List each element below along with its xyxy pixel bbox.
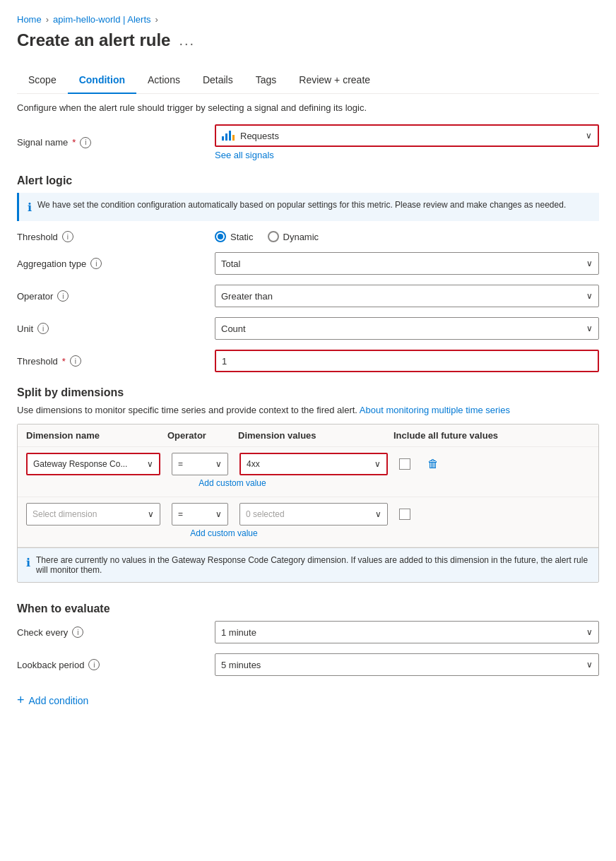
threshold-value-label: Threshold * i [17,355,215,367]
threshold-static-option[interactable]: Static [215,231,254,242]
operator-control: Greater than ∨ [215,285,599,307]
dim2-op-value: = [178,509,183,519]
tab-actions[interactable]: Actions [136,67,191,94]
aggregation-row: Aggregation type i Total ∨ [17,252,599,275]
lookback-label: Lookback period i [17,659,215,670]
dim-info-text: There are currently no values in the Gat… [36,555,590,575]
static-radio-circle [215,231,226,242]
lookback-value: 5 minutes [221,660,261,670]
when-evaluate-title: When to evaluate [17,602,599,615]
see-all-signals-link[interactable]: See all signals [215,150,599,160]
dim1-name-select[interactable]: Gateway Response Co... ∨ [26,453,160,475]
add-condition-button[interactable]: + Add condition [17,693,88,708]
signal-name-label: Signal name * i [17,137,215,148]
aggregation-info-icon[interactable]: i [90,258,102,269]
tab-scope[interactable]: Scope [17,67,68,94]
when-evaluate-section: When to evaluate Check every i 1 minute … [17,602,599,676]
operator-label: Operator i [17,290,215,302]
check-every-info-icon[interactable]: i [72,627,83,638]
aggregation-select[interactable]: Total ∨ [215,252,599,275]
signal-name-value: Requests [240,131,279,141]
page-title-row: Create an alert rule ... [17,30,599,50]
operator-select[interactable]: Greater than ∨ [215,285,599,307]
alert-logic-title: Alert logic [17,174,599,187]
more-options-icon[interactable]: ... [179,32,195,49]
dim2-name-chevron: ∨ [148,509,154,519]
threshold-info-icon[interactable]: i [62,231,73,242]
col-op-header: Operator [167,430,238,441]
dim2-future-checkbox[interactable] [399,509,410,520]
dim2-vals-select[interactable]: 0 selected ∨ [239,503,388,525]
dim1-op-chevron: ∨ [215,459,222,469]
dimensions-table: Dimension name Operator Dimension values… [17,424,599,583]
breadcrumb: Home › apim-hello-world | Alerts › [17,14,599,25]
aggregation-value: Total [221,259,240,269]
col-future-header: Include all future values [393,430,590,441]
tab-review[interactable]: Review + create [288,67,381,94]
split-dimensions-desc: Use dimensions to monitor specific time … [17,405,599,415]
dim1-future-checkbox[interactable] [399,458,410,470]
dim1-vals-select[interactable]: 4xx ∨ [239,453,388,475]
signal-name-select[interactable]: Requests ∨ [215,124,599,147]
dim1-op-select[interactable]: = ∨ [172,453,228,475]
dynamic-label: Dynamic [283,232,319,242]
lookback-info-icon[interactable]: i [88,659,100,670]
dim2-vals-chevron: ∨ [375,509,381,519]
chart-icon [222,131,235,141]
check-every-row: Check every i 1 minute ∨ [17,621,599,643]
tabs-row: Scope Condition Actions Details Tags Rev… [17,67,599,94]
form-description: Configure when the alert rule should tri… [17,102,599,113]
breadcrumb-resource[interactable]: apim-hello-world | Alerts [53,14,150,25]
unit-row: Unit i Count ∨ [17,317,599,340]
static-label: Static [230,232,254,242]
lookback-chevron: ∨ [586,660,593,670]
dim1-vals-chevron: ∨ [374,459,381,469]
info-box-icon: ℹ [28,201,32,214]
tab-condition[interactable]: Condition [68,67,136,94]
unit-info-icon[interactable]: i [37,323,49,334]
about-monitoring-link[interactable]: About monitoring multiple time series [360,405,510,415]
aggregation-control: Total ∨ [215,252,599,275]
check-every-select[interactable]: 1 minute ∨ [215,621,599,643]
operator-info-icon[interactable]: i [57,290,69,302]
threshold-dynamic-option[interactable]: Dynamic [268,231,319,242]
signal-name-info-icon[interactable]: i [80,137,91,148]
unit-select[interactable]: Count ∨ [215,317,599,340]
lookback-select[interactable]: 5 minutes ∨ [215,653,599,676]
page-title: Create an alert rule [17,30,170,50]
check-every-chevron: ∨ [586,627,593,637]
tab-tags[interactable]: Tags [244,67,288,94]
add-condition-label: Add condition [29,695,89,706]
dim1-delete-icon[interactable]: 🗑 [427,458,439,470]
dim2-name-placeholder: Select dimension [32,509,97,519]
dynamic-radio-circle [268,231,279,242]
col-name-header: Dimension name [26,430,167,441]
split-dimensions-title: Split by dimensions [17,386,599,399]
unit-control: Count ∨ [215,317,599,340]
threshold-label: Threshold i [17,231,215,242]
signal-name-control: Requests ∨ See all signals [215,124,599,160]
check-every-label: Check every i [17,627,215,638]
lookback-row: Lookback period i 5 minutes ∨ [17,653,599,676]
threshold-control: Static Dynamic [215,231,599,242]
alert-logic-info-text: We have set the condition configuration … [37,200,566,210]
dim2-vals-placeholder: 0 selected [246,509,285,519]
dimension-row-2: Select dimension ∨ = ∨ 0 selected ∨ Add … [18,497,598,547]
tab-details[interactable]: Details [191,67,244,94]
breadcrumb-home[interactable]: Home [17,14,42,25]
col-vals-header: Dimension values [238,430,393,441]
dim2-op-select[interactable]: = ∨ [172,503,228,525]
dim1-add-custom-link[interactable]: Add custom value [26,475,439,491]
unit-chevron: ∨ [586,323,593,333]
check-every-control: 1 minute ∨ [215,621,599,643]
threshold-value-control [215,350,599,372]
dim2-name-select[interactable]: Select dimension ∨ [26,503,160,525]
threshold-value-info-icon[interactable]: i [70,355,81,367]
operator-row: Operator i Greater than ∨ [17,285,599,307]
dim1-name-chevron: ∨ [147,459,153,469]
dim2-add-custom-link[interactable]: Add custom value [26,525,422,541]
breadcrumb-sep1: › [46,14,49,25]
threshold-value-row: Threshold * i [17,350,599,372]
threshold-value-input[interactable] [215,350,599,372]
threshold-required-star: * [62,356,66,367]
